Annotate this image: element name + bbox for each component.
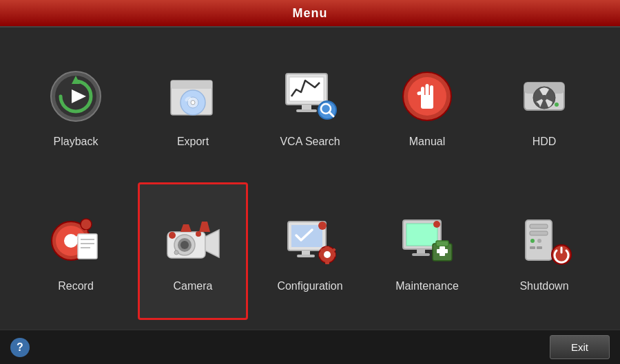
menu-item-playback[interactable]: Playback <box>21 38 131 175</box>
svg-point-55 <box>324 251 331 258</box>
page-title: Menu <box>293 6 328 21</box>
svg-point-29 <box>555 103 559 107</box>
camera-icon <box>164 215 223 266</box>
manual-icon <box>402 69 453 124</box>
svg-rect-58 <box>319 253 322 257</box>
svg-marker-43 <box>205 230 219 257</box>
svg-rect-35 <box>78 234 97 259</box>
config-icon-area <box>279 210 341 272</box>
svg-rect-56 <box>325 246 329 249</box>
svg-rect-13 <box>296 109 317 112</box>
menu-item-export[interactable]: Export <box>138 38 248 175</box>
exit-button[interactable]: Exit <box>550 335 610 359</box>
svg-rect-77 <box>537 246 542 249</box>
svg-rect-69 <box>437 249 448 253</box>
hdd-icon <box>519 70 570 122</box>
camera-label: Camera <box>174 280 213 292</box>
menu-grid: Playback Export <box>7 24 613 334</box>
playback-label: Playback <box>54 136 99 148</box>
config-label: Configuration <box>277 280 342 292</box>
svg-rect-21 <box>425 84 428 98</box>
export-icon <box>167 70 219 122</box>
svg-rect-51 <box>302 250 310 255</box>
svg-rect-59 <box>333 253 335 257</box>
svg-rect-63 <box>406 224 437 246</box>
maintenance-icon-area <box>396 210 458 272</box>
export-icon-area <box>162 65 224 127</box>
menu-item-hdd[interactable]: HDD <box>489 38 599 175</box>
record-icon <box>50 215 102 266</box>
export-label: Export <box>177 136 209 148</box>
svg-point-70 <box>433 221 440 228</box>
record-icon-area <box>45 210 107 272</box>
svg-rect-72 <box>530 224 548 228</box>
svg-point-75 <box>537 239 541 243</box>
svg-marker-48 <box>199 222 210 232</box>
svg-rect-12 <box>302 105 311 110</box>
svg-point-46 <box>174 250 178 255</box>
config-icon <box>285 215 336 266</box>
menu-item-record[interactable]: Record <box>21 182 131 320</box>
manual-icon-area <box>396 65 458 127</box>
menu-item-camera[interactable]: Camera <box>138 182 248 320</box>
svg-point-45 <box>196 231 201 237</box>
svg-point-74 <box>530 239 535 243</box>
svg-rect-65 <box>412 253 430 256</box>
shutdown-icon-area <box>513 210 575 272</box>
svg-point-8 <box>191 100 195 105</box>
shutdown-icon <box>519 215 570 266</box>
svg-point-42 <box>180 241 189 249</box>
vca-search-icon-area <box>279 65 341 127</box>
vca-search-label: VCA Search <box>280 136 340 148</box>
camera-icon-area <box>162 210 224 272</box>
svg-point-44 <box>169 232 176 239</box>
menu-item-configuration[interactable]: Configuration <box>255 182 365 320</box>
svg-rect-5 <box>171 81 212 89</box>
vca-search-icon <box>282 70 338 122</box>
svg-marker-47 <box>180 224 192 232</box>
menu-item-vca-search[interactable]: VCA Search <box>255 38 365 175</box>
svg-rect-52 <box>297 255 315 257</box>
shutdown-label: Shutdown <box>519 280 568 292</box>
menu-item-shutdown[interactable]: Shutdown <box>489 182 599 320</box>
menu-content: Playback Export <box>0 28 620 330</box>
svg-point-28 <box>541 95 547 100</box>
bottom-bar: ? Exit <box>0 330 620 364</box>
menu-item-manual[interactable]: Manual <box>372 38 482 175</box>
svg-rect-64 <box>417 249 425 254</box>
record-label: Record <box>58 280 94 292</box>
playback-icon <box>48 69 103 124</box>
help-symbol: ? <box>17 341 23 354</box>
maintenance-label: Maintenance <box>395 280 459 292</box>
maintenance-icon <box>400 215 455 266</box>
menu-item-maintenance[interactable]: Maintenance <box>372 182 482 320</box>
hdd-label: HDD <box>533 136 557 148</box>
svg-point-53 <box>318 222 327 230</box>
hdd-icon-area <box>513 65 575 127</box>
playback-icon-area <box>45 65 107 127</box>
svg-rect-22 <box>430 85 433 98</box>
svg-rect-57 <box>325 261 329 264</box>
help-button[interactable]: ? <box>10 338 30 357</box>
svg-rect-73 <box>530 231 548 235</box>
svg-rect-76 <box>530 246 535 249</box>
svg-rect-67 <box>436 241 448 246</box>
manual-label: Manual <box>409 136 445 148</box>
svg-point-33 <box>81 219 92 230</box>
